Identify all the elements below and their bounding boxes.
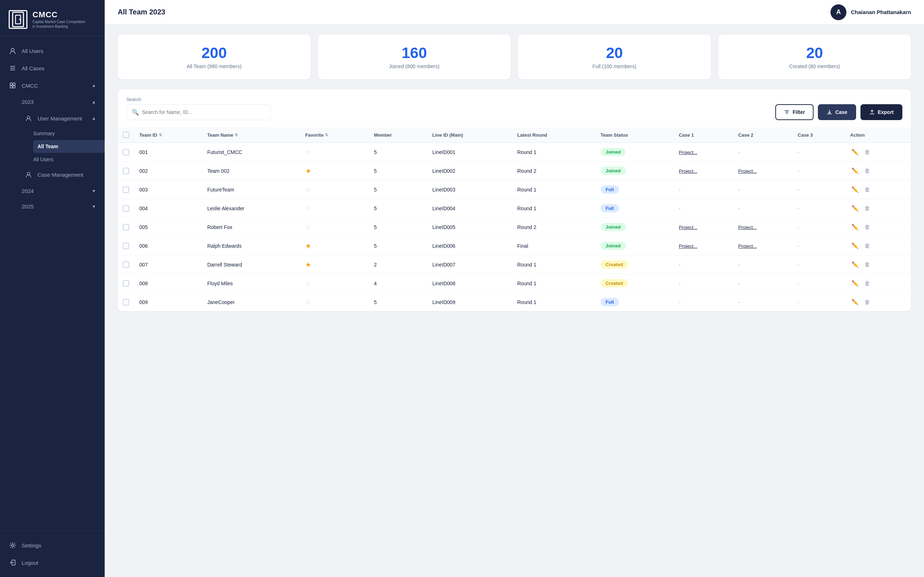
star-empty-icon[interactable]: ☆ [305,205,311,212]
th-favorite[interactable]: Favorite ⇅ [300,127,369,143]
row-checkbox[interactable] [123,224,129,230]
cell-favorite[interactable]: ☆ [300,218,369,237]
cell-line-id: LineID009 [427,293,512,311]
filter-button[interactable]: Filter [775,104,814,120]
user-name: Chaianan Phattanakarn [851,9,911,15]
edit-icon[interactable]: ✏️ [850,241,860,250]
star-empty-icon[interactable]: ☆ [305,186,311,193]
star-empty-icon[interactable]: ☆ [305,280,311,287]
sort-icon-team-id: ⇅ [159,133,162,137]
cell-favorite[interactable]: ★ [300,237,369,255]
sidebar-item-logout[interactable]: Logout [0,554,105,571]
search-input[interactable] [142,109,265,115]
data-table: Team ID ⇅ Team Name ⇅ Fa [118,127,911,311]
cell-team-status: Joined [596,237,674,255]
star-empty-icon[interactable]: ☆ [305,298,311,306]
delete-icon[interactable]: 🗑 [863,148,872,156]
logout-icon [9,559,16,567]
sidebar-item-all-team[interactable]: All Team [33,140,105,153]
row-checkbox[interactable] [123,168,129,174]
sidebar-item-cmcc[interactable]: CMCC ▲ [0,77,105,94]
sidebar-item-all-cases[interactable]: All Cases [0,60,105,77]
cell-favorite[interactable]: ☆ [300,143,369,161]
row-checkbox[interactable] [123,149,129,155]
case1-link[interactable]: Project... [679,150,697,155]
row-checkbox[interactable] [123,280,129,287]
delete-icon[interactable]: 🗑 [863,204,872,213]
delete-icon[interactable]: 🗑 [863,166,872,175]
cell-line-id: LineID003 [427,180,512,199]
table-row: 005 Robert Fox ☆ 5 LineID005 Round 2 Joi… [118,218,911,237]
edit-icon[interactable]: ✏️ [850,204,860,213]
cell-member: 4 [369,274,427,293]
cell-line-id: LineID006 [427,237,512,255]
row-checkbox[interactable] [123,205,129,212]
case1-link[interactable]: Project... [679,243,697,249]
cell-favorite[interactable]: ★ [300,255,369,274]
case-button[interactable]: Case [818,104,856,120]
export-button[interactable]: Export [861,104,902,120]
sidebar-item-2023[interactable]: 2023 ▲ [13,94,105,110]
row-checkbox[interactable] [123,299,129,305]
case1-link[interactable]: Project... [679,168,697,174]
sidebar-item-2025[interactable]: 2025 ▼ [13,199,105,214]
case1-dash: - [679,187,681,193]
case2-link[interactable]: Project... [738,225,756,230]
cell-favorite[interactable]: ★ [300,161,369,180]
cell-latest-round: Final [512,237,596,255]
sidebar-item-settings[interactable]: Settings [0,537,105,554]
th-team-name[interactable]: Team Name ⇅ [202,127,300,143]
cell-team-id: 005 [134,218,202,237]
header: All Team 2023 A Chaianan Phattanakarn [105,0,924,24]
cell-member: 5 [369,237,427,255]
delete-icon[interactable]: 🗑 [863,279,872,288]
edit-icon[interactable]: ✏️ [850,298,860,306]
sidebar-item-all-users[interactable]: All Users [0,42,105,60]
stat-label-all-team: All Team (980 members) [126,63,302,69]
cell-favorite[interactable]: ☆ [300,199,369,218]
cell-favorite[interactable]: ☆ [300,180,369,199]
edit-icon[interactable]: ✏️ [850,260,860,269]
case2-link[interactable]: Project... [738,168,756,174]
star-filled-icon[interactable]: ★ [305,167,311,174]
table-row: 004 Leslie Alexander ☆ 5 LineID004 Round… [118,199,911,218]
sidebar-item-user-management[interactable]: User Management ▲ [20,110,105,127]
star-filled-icon[interactable]: ★ [305,242,311,250]
cell-favorite[interactable]: ☆ [300,274,369,293]
sidebar-item-case-management[interactable]: Case Management [20,166,105,183]
delete-icon[interactable]: 🗑 [863,298,872,306]
cell-favorite[interactable]: ☆ [300,293,369,311]
star-empty-icon[interactable]: ☆ [305,224,311,231]
toolbar-buttons: Filter Case Export [775,104,902,120]
sidebar-item-cmcc-label: CMCC [22,82,87,89]
star-filled-icon[interactable]: ★ [305,261,311,268]
table-row: 007 Darrell Steward ★ 2 LineID007 Round … [118,255,911,274]
th-action: Action [845,127,911,143]
case2-link[interactable]: Project... [738,243,756,249]
case1-link[interactable]: Project... [679,225,697,230]
sidebar-item-all-users-sub[interactable]: All Users [33,153,105,166]
edit-icon[interactable]: ✏️ [850,148,860,156]
select-all-checkbox[interactable] [123,132,129,138]
row-checkbox[interactable] [123,243,129,249]
cell-case3: - [793,255,845,274]
edit-icon[interactable]: ✏️ [850,222,860,232]
star-empty-icon[interactable]: ☆ [305,148,311,156]
edit-icon[interactable]: ✏️ [850,185,860,194]
delete-icon[interactable]: 🗑 [863,222,872,232]
row-checkbox[interactable] [123,261,129,268]
sidebar-item-2024[interactable]: 2024 ▼ [13,183,105,199]
edit-icon[interactable]: ✏️ [850,166,860,175]
cell-action: ✏️ 🗑 [845,293,911,311]
filter-label: Filter [793,109,805,115]
row-checkbox[interactable] [123,187,129,193]
sort-icon-favorite: ⇅ [325,133,328,137]
sidebar-item-summary[interactable]: Summary [33,127,105,140]
delete-icon[interactable]: 🗑 [863,241,872,250]
th-team-id[interactable]: Team ID ⇅ [134,127,202,143]
person-icon [9,47,16,55]
edit-icon[interactable]: ✏️ [850,279,860,288]
delete-icon[interactable]: 🗑 [863,260,872,269]
delete-icon[interactable]: 🗑 [863,185,872,194]
cell-case2: - [733,274,793,293]
